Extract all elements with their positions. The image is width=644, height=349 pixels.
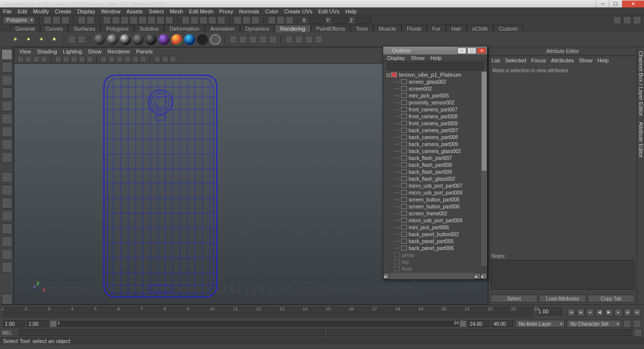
vp-isolate-icon[interactable] xyxy=(154,56,160,62)
layout-b-icon[interactable] xyxy=(623,16,631,24)
soft-mod-tool-icon[interactable] xyxy=(1,139,12,150)
rotate-tool-icon[interactable] xyxy=(1,100,12,111)
redo-icon[interactable] xyxy=(87,16,95,24)
outliner-tree[interactable]: ⊟lenovo_vibe_p1_Platinum screen_glass002… xyxy=(383,71,487,273)
character-set-dropdown[interactable]: No Character Set xyxy=(567,320,621,328)
outliner-camera-item[interactable]: persp xyxy=(383,251,487,258)
outliner-item[interactable]: front_camera_part009 xyxy=(383,120,487,127)
menu-edituvs[interactable]: Edit UVs xyxy=(318,8,340,14)
sel-dynamic-icon[interactable] xyxy=(148,16,155,24)
play-forward-icon[interactable]: ▶ xyxy=(605,308,613,316)
sel-surface-icon[interactable] xyxy=(130,16,138,24)
step-forward-key-icon[interactable]: |▸ xyxy=(624,308,632,316)
menu-proxy[interactable]: Proxy xyxy=(219,8,233,14)
undo-icon[interactable] xyxy=(78,16,86,24)
layout-three-top-icon[interactable] xyxy=(1,223,12,234)
attr-load-button[interactable]: Load Attributes xyxy=(539,295,586,302)
outliner-item[interactable]: back_camera_part007 xyxy=(383,127,487,134)
vp-high-quality-icon[interactable] xyxy=(140,56,147,62)
vp-menu-panels[interactable]: Panels xyxy=(136,49,153,54)
scale-tool-icon[interactable] xyxy=(1,113,12,124)
layout-single-icon[interactable] xyxy=(1,172,12,183)
output-ops-icon[interactable] xyxy=(243,16,250,24)
outliner-item[interactable]: screen_frame002 xyxy=(383,210,487,217)
outliner-item[interactable]: back_flash_part007 xyxy=(383,154,487,161)
sidetab-channelbox[interactable]: Channel Box / Layer Editor xyxy=(637,51,644,116)
outliner-item[interactable]: back_camera_glass002 xyxy=(383,148,487,154)
paint-select-tool-icon[interactable] xyxy=(1,75,12,86)
tab-rendering[interactable]: Rendering xyxy=(275,25,311,32)
snap-curve-icon[interactable] xyxy=(191,16,198,24)
outliner-menu-help[interactable]: Help xyxy=(431,55,442,61)
input-ops-icon[interactable] xyxy=(234,16,242,24)
coord-x-input[interactable] xyxy=(309,17,324,24)
shelf-misc2-icon[interactable] xyxy=(78,36,86,44)
outliner-camera-item[interactable]: side xyxy=(383,272,487,273)
sidetab-attreditor[interactable]: Attribute Editor xyxy=(637,122,644,158)
vp-menu-shading[interactable]: Shading xyxy=(37,49,57,54)
vp-film-gate-icon[interactable] xyxy=(63,56,69,62)
vp-camera-select-icon[interactable] xyxy=(17,56,24,62)
vp-menu-lighting[interactable]: Lighting xyxy=(63,49,82,54)
texture-noise-icon[interactable] xyxy=(259,36,267,44)
range-inner-start-input[interactable] xyxy=(27,320,49,327)
outliner-window[interactable]: Outliner ─ ☐ ✕ Display Show Help ⊟lenovo… xyxy=(383,46,488,280)
vp-image-plane-icon[interactable] xyxy=(41,56,48,62)
ocean-ball-icon[interactable] xyxy=(184,34,195,45)
attr-copytab-button[interactable]: Copy Tab xyxy=(588,295,635,302)
outliner-item[interactable]: screen002 xyxy=(383,85,487,92)
snap-live-icon[interactable] xyxy=(217,16,225,24)
outliner-item[interactable]: screen_button_part006 xyxy=(383,203,487,210)
maximize-button[interactable]: ☐ xyxy=(609,0,622,7)
ramp-ball-icon[interactable] xyxy=(158,34,169,45)
tab-subdivs[interactable]: Subdivs xyxy=(134,25,164,32)
layout-three-left-icon[interactable] xyxy=(1,236,12,247)
surface-shader-ball-icon[interactable] xyxy=(197,34,208,45)
tab-toon[interactable]: Toon xyxy=(350,25,373,32)
outliner-item[interactable]: screen_glass002 xyxy=(383,78,487,85)
range-inner-end-input[interactable] xyxy=(468,320,490,327)
vp-textured-icon[interactable] xyxy=(116,56,123,62)
open-scene-icon[interactable] xyxy=(52,16,60,24)
area-light-icon[interactable]: ✷ xyxy=(49,34,59,45)
current-frame-input[interactable] xyxy=(538,307,562,315)
texture-ramp-icon[interactable] xyxy=(239,36,247,44)
time-ticks[interactable]: 123456789101112131415161718192021222324 xyxy=(1,306,534,318)
last-tool-icon[interactable] xyxy=(1,294,12,304)
attr-menu-help[interactable]: Help xyxy=(597,57,609,63)
vp-camera-attr-icon[interactable] xyxy=(25,56,32,62)
tab-surfaces[interactable]: Surfaces xyxy=(68,25,100,32)
layout-two-side-icon[interactable] xyxy=(1,198,12,208)
blinn-ball-icon[interactable] xyxy=(107,34,118,45)
vp-resolution-gate-icon[interactable] xyxy=(71,56,77,62)
lasso-tool-icon[interactable] xyxy=(1,62,12,73)
render-frame-icon[interactable] xyxy=(268,16,276,24)
layout-c-icon[interactable] xyxy=(633,16,641,24)
menu-file[interactable]: File xyxy=(3,8,12,14)
render-view-icon[interactable] xyxy=(285,36,293,44)
snap-grid-icon[interactable] xyxy=(182,16,190,24)
outliner-item[interactable]: back_flash_part009 xyxy=(383,168,487,175)
outliner-item[interactable]: back_panel_button002 xyxy=(383,231,487,238)
module-dropdown[interactable]: Polygons xyxy=(3,16,35,24)
outliner-item[interactable]: back_panel_part005 xyxy=(383,238,487,245)
tab-curves[interactable]: Curves xyxy=(40,25,68,32)
outliner-minimize-button[interactable]: ─ xyxy=(457,48,466,54)
menu-createuvs[interactable]: Create UVs xyxy=(284,8,312,14)
tab-fur[interactable]: Fur xyxy=(427,25,446,32)
goto-start-icon[interactable]: |◂ xyxy=(567,308,575,316)
attr-menu-focus[interactable]: Focus xyxy=(531,57,546,63)
outliner-item[interactable]: micro_usb_port_part007 xyxy=(383,182,487,189)
coord-y-input[interactable] xyxy=(333,17,347,24)
goto-end-icon[interactable]: ▸| xyxy=(633,308,641,316)
outliner-item[interactable]: back_camera_part008 xyxy=(383,134,487,141)
layout-two-stack-icon[interactable] xyxy=(1,210,12,221)
tab-painteffects[interactable]: PaintEffects xyxy=(311,25,351,32)
ipr-render-icon[interactable] xyxy=(277,16,285,24)
vp-grid-icon[interactable] xyxy=(55,56,61,62)
sel-deform-icon[interactable] xyxy=(139,16,147,24)
vp-safe-action-icon[interactable] xyxy=(79,56,85,62)
tab-fluids[interactable]: Fluids xyxy=(401,25,427,32)
outliner-item[interactable]: back_camera_part009 xyxy=(383,141,487,148)
command-lang-label[interactable]: MEL xyxy=(2,330,17,336)
